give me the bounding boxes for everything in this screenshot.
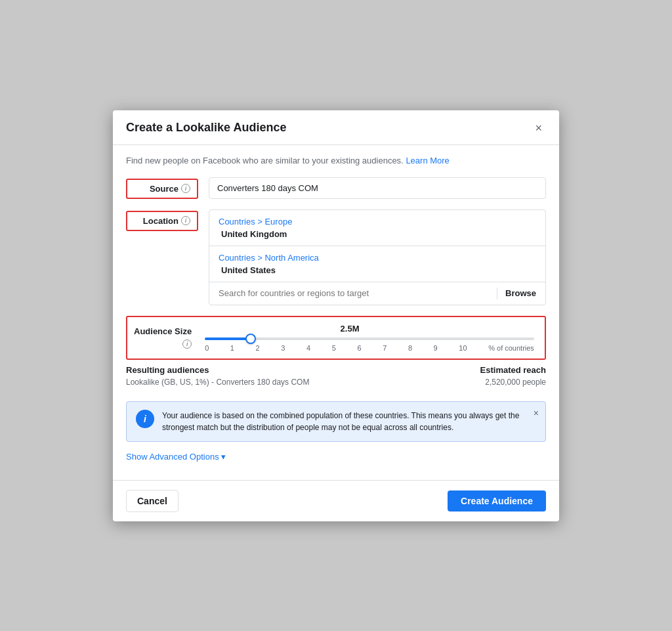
source-input[interactable] — [209, 177, 546, 199]
browse-divider — [497, 288, 497, 299]
estimated-reach-value: 2,520,000 people — [336, 378, 546, 387]
intro-text: Find new people on Facebook who are simi… — [126, 156, 546, 165]
modal-overlay: Create a Lookalike Audience × Find new p… — [0, 0, 672, 631]
location-label-box: Location i — [126, 211, 198, 231]
location-group-europe: Countries > Europe United Kingdom — [209, 210, 545, 246]
slider-track — [205, 337, 534, 340]
create-audience-button[interactable]: Create Audience — [448, 490, 546, 511]
slider-thumb[interactable] — [245, 334, 256, 344]
audience-size-label-box: Audience Size i — [126, 316, 198, 360]
location-uk: United Kingdom — [219, 229, 536, 239]
modal-body: Find new people on Facebook who are simi… — [113, 145, 559, 472]
location-row: Location i Countries > Europe United Kin… — [126, 209, 546, 305]
info-banner-text: Your audience is based on the combined p… — [162, 410, 536, 433]
close-button[interactable]: × — [531, 121, 546, 135]
location-search-row: Browse — [209, 282, 545, 305]
estimated-reach-heading: Estimated reach — [336, 365, 546, 375]
results-left: Resulting audiences Lookalike (GB, US, 1… — [126, 365, 336, 387]
location-info-icon[interactable]: i — [181, 216, 190, 225]
location-group-northamerica: Countries > North America United States — [209, 246, 545, 282]
info-banner-icon: i — [136, 410, 154, 428]
results-right: Estimated reach 2,520,000 people — [336, 365, 546, 387]
audience-size-control: 2.5M 0 1 2 3 4 5 6 — [198, 316, 546, 360]
modal-footer: Cancel Create Audience — [113, 480, 559, 521]
source-label-box: Source i — [126, 179, 198, 199]
learn-more-link[interactable]: Learn More — [406, 156, 449, 165]
resulting-audiences-heading: Resulting audiences — [126, 365, 336, 375]
modal-header: Create a Lookalike Audience × — [113, 110, 559, 145]
location-europe-link[interactable]: Countries > Europe — [219, 217, 536, 227]
location-us: United States — [219, 265, 536, 275]
source-row: Source i — [126, 177, 546, 199]
pct-label: % of countries — [488, 344, 534, 352]
advanced-options-section: Show Advanced Options ▾ — [126, 451, 546, 472]
source-info-icon[interactable]: i — [181, 184, 190, 193]
info-banner-close-button[interactable]: × — [534, 408, 539, 418]
results-row: Resulting audiences Lookalike (GB, US, 1… — [126, 365, 546, 393]
source-control — [209, 177, 546, 199]
info-banner: i Your audience is based on the combined… — [126, 401, 546, 442]
slider-labels: 0 1 2 3 4 5 6 7 8 9 10 % of countries — [205, 344, 534, 352]
dialog: Create a Lookalike Audience × Find new p… — [113, 110, 559, 521]
modal-title: Create a Lookalike Audience — [126, 121, 286, 135]
slider-value: 2.5M — [165, 324, 534, 334]
resulting-audiences-value: Lookalike (GB, US, 1%) - Converters 180 … — [126, 378, 336, 387]
cancel-button[interactable]: Cancel — [126, 490, 178, 512]
browse-button[interactable]: Browse — [505, 288, 536, 298]
audience-size-info-icon[interactable]: i — [182, 339, 192, 349]
audience-size-row: Audience Size i 2.5M 0 1 2 — [126, 316, 546, 360]
location-search-input[interactable] — [219, 288, 489, 298]
location-control: Countries > Europe United Kingdom Countr… — [209, 209, 546, 305]
slider-wrapper — [205, 337, 534, 340]
location-northamerica-link[interactable]: Countries > North America — [219, 253, 536, 263]
location-box: Countries > Europe United Kingdom Countr… — [209, 209, 546, 305]
advanced-options-link[interactable]: Show Advanced Options ▾ — [126, 452, 226, 462]
